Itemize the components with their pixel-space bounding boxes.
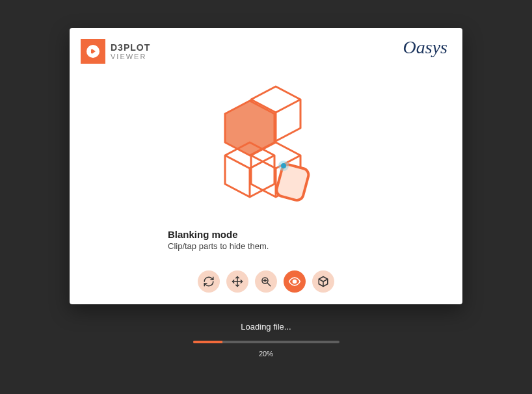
svg-line-8 (225, 155, 250, 168)
app-subtitle: VIEWER (111, 53, 150, 60)
svg-point-17 (281, 163, 286, 168)
cube-icon (317, 276, 329, 287)
svg-line-4 (276, 99, 300, 112)
hint-block: Blanking mode Clip/tap parts to hide the… (168, 229, 269, 251)
rotate-button[interactable] (198, 270, 220, 293)
progress-bar (193, 341, 339, 343)
mode-toolbar (70, 270, 462, 293)
pan-icon (232, 276, 243, 287)
eye-icon (288, 275, 301, 288)
rotate-icon (203, 276, 215, 287)
progress-fill (193, 341, 222, 343)
splash-card: D3PLOT VIEWER Oasys (70, 28, 462, 304)
app-name: D3PLOT (111, 43, 150, 52)
app-header: D3PLOT VIEWER (81, 39, 150, 64)
app-logo-icon (81, 39, 105, 64)
loading-area: Loading file... 20% (0, 322, 532, 358)
zoom-icon (260, 276, 272, 287)
hint-text: Clip/tap parts to hide them. (168, 241, 269, 251)
blanking-button[interactable] (284, 270, 306, 293)
zoom-button[interactable] (255, 270, 277, 293)
app-logo-text: D3PLOT VIEWER (111, 43, 150, 60)
hint-illustration (70, 80, 462, 217)
svg-line-21 (267, 283, 271, 286)
svg-point-24 (293, 280, 297, 283)
vendor-wordmark: Oasys (403, 37, 447, 58)
hint-title: Blanking mode (168, 229, 269, 240)
progress-percent: 20% (0, 350, 532, 358)
loading-label: Loading file... (0, 322, 532, 332)
pan-button[interactable] (226, 270, 248, 293)
view-cube-button[interactable] (312, 270, 334, 293)
